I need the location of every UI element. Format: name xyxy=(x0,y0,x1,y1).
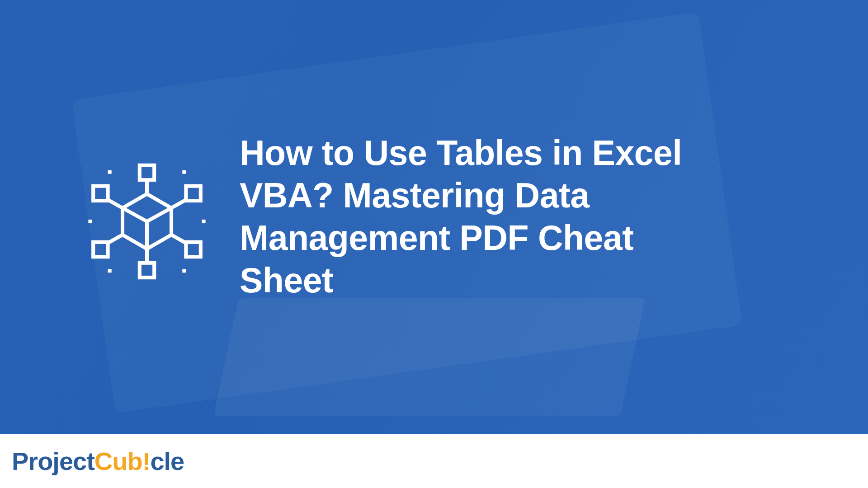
svg-rect-9 xyxy=(186,186,200,201)
svg-rect-12 xyxy=(108,170,112,174)
svg-rect-17 xyxy=(202,220,206,223)
svg-rect-7 xyxy=(140,263,154,277)
blockchain-cube-icon xyxy=(86,160,208,282)
hero-headline: How to Use Tables in Excel VBA? Masterin… xyxy=(240,132,692,302)
logo-text-cub: Cub xyxy=(94,447,142,475)
logo-text-cle: cle xyxy=(150,447,184,475)
logo-exclaim: ! xyxy=(142,447,151,475)
svg-rect-10 xyxy=(93,242,108,257)
svg-rect-16 xyxy=(88,220,92,223)
hero-banner: How to Use Tables in Excel VBA? Masterin… xyxy=(0,0,868,434)
svg-rect-15 xyxy=(182,269,186,272)
svg-rect-13 xyxy=(182,170,186,174)
svg-rect-8 xyxy=(93,186,108,201)
svg-rect-6 xyxy=(140,165,154,180)
footer-bar: ProjectCub!cle xyxy=(0,434,868,488)
svg-rect-11 xyxy=(186,242,200,257)
brand-logo: ProjectCub!cle xyxy=(12,446,184,476)
logo-text-project: Project xyxy=(12,447,94,475)
svg-rect-14 xyxy=(108,269,112,272)
